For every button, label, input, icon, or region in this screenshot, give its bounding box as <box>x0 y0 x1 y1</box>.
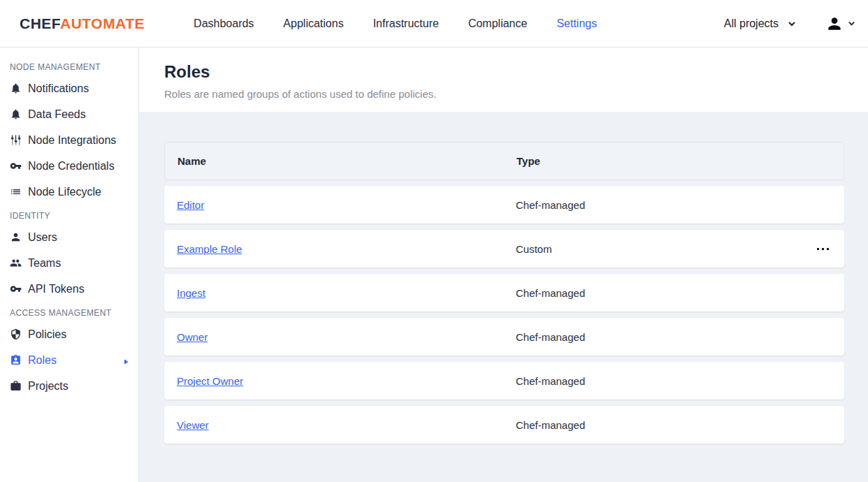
section-title: NODE MANAGEMENT <box>0 59 138 75</box>
sidebar-item-label: Users <box>28 231 57 244</box>
settings-sidebar: NODE MANAGEMENT Notifications Data Feeds… <box>0 48 139 482</box>
sidebar-item-label: Projects <box>28 380 68 393</box>
key-icon <box>10 160 22 173</box>
table-row: Viewer Chef-managed <box>164 406 844 444</box>
sidebar-item-node-integrations[interactable]: Node Integrations <box>0 127 138 153</box>
page-subtitle: Roles are named groups of actions used t… <box>164 88 843 100</box>
sidebar-item-label: Notifications <box>28 82 89 95</box>
role-link-owner[interactable]: Owner <box>177 331 208 343</box>
table-row: Example Role Custom <box>164 230 844 268</box>
main-content: Roles Roles are named groups of actions … <box>139 48 868 482</box>
sidebar-item-notifications[interactable]: Notifications <box>0 75 138 101</box>
role-link-viewer[interactable]: Viewer <box>177 419 209 431</box>
sidebar-item-label: Data Feeds <box>28 108 86 121</box>
projects-filter-label: All projects <box>724 17 779 30</box>
nav-applications[interactable]: Applications <box>283 17 343 30</box>
badge-icon <box>10 354 22 367</box>
sidebar-item-api-tokens[interactable]: API Tokens <box>0 276 138 302</box>
sidebar-item-projects[interactable]: Projects <box>0 373 138 399</box>
nav-settings[interactable]: Settings <box>556 17 597 30</box>
key-icon <box>10 283 22 295</box>
section-title: ACCESS MANAGEMENT <box>0 305 138 321</box>
table-row: Editor Chef-managed <box>164 186 844 224</box>
column-header-name: Name <box>178 155 516 167</box>
shield-icon <box>10 328 22 341</box>
chevron-down-icon <box>848 20 855 27</box>
table-header-row: Name Type <box>164 142 844 180</box>
top-navbar: CHEFAUTOMATE Dashboards Applications Inf… <box>0 0 868 48</box>
sidebar-item-policies[interactable]: Policies <box>0 321 138 347</box>
nav-dashboards[interactable]: Dashboards <box>194 17 254 30</box>
sidebar-item-label: API Tokens <box>28 283 85 295</box>
row-menu-ellipsis-button[interactable] <box>814 242 832 256</box>
roles-table-area: Name Type Editor Chef-managed Example Ro… <box>139 112 868 482</box>
section-title: IDENTITY <box>0 207 138 224</box>
chef-automate-logo[interactable]: CHEFAUTOMATE <box>20 15 145 32</box>
role-link-project-owner[interactable]: Project Owner <box>177 375 243 387</box>
role-type: Chef-managed <box>516 375 832 387</box>
logo-chef: CHEF <box>20 15 60 31</box>
role-link-ingest[interactable]: Ingest <box>177 287 205 299</box>
sidebar-item-label: Roles <box>28 354 57 367</box>
active-arrow-icon <box>122 356 130 365</box>
logo-automate: AUTOMATE <box>60 15 145 31</box>
sidebar-item-label: Teams <box>28 257 61 270</box>
sidebar-item-node-lifecycle[interactable]: Node Lifecycle <box>0 179 138 205</box>
role-type: Chef-managed <box>516 419 832 431</box>
user-menu[interactable] <box>825 15 855 33</box>
sidebar-item-label: Node Credentials <box>28 160 115 173</box>
role-type: Custom <box>516 243 814 255</box>
sidebar-item-label: Node Lifecycle <box>28 186 101 198</box>
sidebar-item-label: Node Integrations <box>28 134 116 147</box>
role-type: Chef-managed <box>516 199 832 211</box>
section-identity: IDENTITY Users Teams API Tokens <box>0 207 138 302</box>
section-access-management: ACCESS MANAGEMENT Policies Roles Project… <box>0 305 138 399</box>
sidebar-item-roles[interactable]: Roles <box>0 347 138 373</box>
sidebar-item-label: Policies <box>28 328 66 341</box>
column-header-type: Type <box>516 155 831 167</box>
sidebar-item-users[interactable]: Users <box>0 224 138 250</box>
role-type: Chef-managed <box>516 331 832 343</box>
person-icon <box>10 231 22 244</box>
page-title: Roles <box>164 62 843 82</box>
sidebar-item-teams[interactable]: Teams <box>0 250 138 276</box>
topnav-right: All projects <box>724 15 855 33</box>
role-link-editor[interactable]: Editor <box>177 199 204 211</box>
projects-filter-dropdown[interactable]: All projects <box>724 17 796 30</box>
table-row: Owner Chef-managed <box>164 318 844 356</box>
bell-icon <box>10 108 22 121</box>
list-icon <box>10 186 22 198</box>
sidebar-item-node-credentials[interactable]: Node Credentials <box>0 153 138 179</box>
user-avatar-icon <box>825 15 844 33</box>
table-row: Ingest Chef-managed <box>164 274 844 312</box>
nav-infrastructure[interactable]: Infrastructure <box>373 17 439 30</box>
role-link-example-role[interactable]: Example Role <box>177 243 242 255</box>
page-header: Roles Roles are named groups of actions … <box>139 48 868 112</box>
people-icon <box>10 257 22 270</box>
role-type: Chef-managed <box>516 287 832 299</box>
primary-nav: Dashboards Applications Infrastructure C… <box>194 17 597 30</box>
briefcase-icon <box>10 380 22 393</box>
table-row: Project Owner Chef-managed <box>164 362 844 400</box>
bell-icon <box>10 82 22 95</box>
nav-compliance[interactable]: Compliance <box>468 17 527 30</box>
section-node-management: NODE MANAGEMENT Notifications Data Feeds… <box>0 59 138 205</box>
sliders-icon <box>10 134 22 147</box>
sidebar-item-data-feeds[interactable]: Data Feeds <box>0 101 138 127</box>
chevron-down-icon <box>788 20 796 28</box>
